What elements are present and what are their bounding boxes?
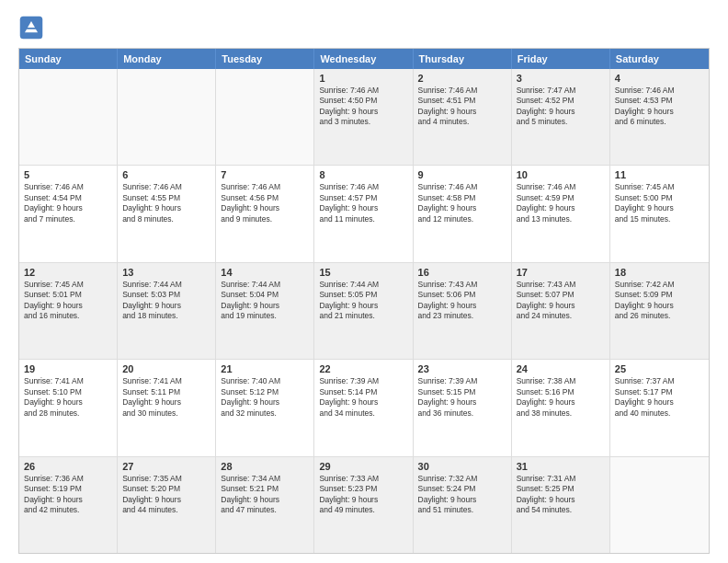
day-info: Sunrise: 7:44 AM Sunset: 5:03 PM Dayligh… — [122, 280, 210, 322]
day-info: Sunrise: 7:37 AM Sunset: 5:17 PM Dayligh… — [615, 376, 704, 419]
day-info: Sunrise: 7:45 AM Sunset: 5:00 PM Dayligh… — [615, 182, 704, 224]
header-day-wednesday: Wednesday — [314, 49, 413, 69]
calendar-day-2: 2Sunrise: 7:46 AM Sunset: 4:51 PM Daylig… — [414, 69, 512, 165]
calendar-day-29: 29Sunrise: 7:33 AM Sunset: 5:23 PM Dayli… — [314, 457, 413, 553]
header-day-thursday: Thursday — [414, 49, 512, 69]
day-info: Sunrise: 7:45 AM Sunset: 5:01 PM Dayligh… — [24, 280, 112, 322]
day-info: Sunrise: 7:46 AM Sunset: 4:55 PM Dayligh… — [122, 182, 210, 224]
day-info: Sunrise: 7:41 AM Sunset: 5:10 PM Dayligh… — [24, 376, 112, 419]
day-number: 4 — [615, 73, 704, 84]
day-number: 22 — [319, 363, 407, 374]
header-day-tuesday: Tuesday — [216, 49, 314, 69]
header-day-monday: Monday — [118, 49, 216, 69]
page: SundayMondayTuesdayWednesdayThursdayFrid… — [0, 0, 728, 563]
calendar-header: SundayMondayTuesdayWednesdayThursdayFrid… — [19, 49, 709, 69]
calendar-day-3: 3Sunrise: 7:47 AM Sunset: 4:52 PM Daylig… — [512, 69, 610, 165]
day-info: Sunrise: 7:46 AM Sunset: 4:54 PM Dayligh… — [24, 182, 112, 224]
day-info: Sunrise: 7:46 AM Sunset: 4:56 PM Dayligh… — [221, 182, 309, 224]
day-info: Sunrise: 7:39 AM Sunset: 5:14 PM Dayligh… — [319, 376, 407, 419]
calendar-cell-empty — [216, 69, 314, 165]
day-number: 16 — [418, 267, 506, 278]
calendar-day-5: 5Sunrise: 7:46 AM Sunset: 4:54 PM Daylig… — [19, 166, 118, 261]
day-number: 30 — [418, 461, 506, 472]
calendar-day-10: 10Sunrise: 7:46 AM Sunset: 4:59 PM Dayli… — [512, 166, 610, 261]
day-info: Sunrise: 7:46 AM Sunset: 4:50 PM Dayligh… — [319, 86, 407, 128]
logo-icon — [18, 15, 44, 40]
day-info: Sunrise: 7:33 AM Sunset: 5:23 PM Dayligh… — [319, 474, 407, 516]
calendar-day-9: 9Sunrise: 7:46 AM Sunset: 4:58 PM Daylig… — [414, 166, 512, 261]
day-number: 10 — [517, 169, 605, 180]
day-number: 28 — [221, 461, 309, 472]
calendar-day-7: 7Sunrise: 7:46 AM Sunset: 4:56 PM Daylig… — [216, 166, 314, 261]
day-number: 27 — [122, 461, 210, 472]
day-number: 20 — [122, 363, 210, 374]
calendar-day-20: 20Sunrise: 7:41 AM Sunset: 5:11 PM Dayli… — [118, 360, 216, 455]
calendar-day-17: 17Sunrise: 7:43 AM Sunset: 5:07 PM Dayli… — [512, 263, 610, 359]
day-info: Sunrise: 7:46 AM Sunset: 4:53 PM Dayligh… — [615, 86, 704, 128]
day-number: 12 — [24, 267, 112, 278]
day-info: Sunrise: 7:34 AM Sunset: 5:21 PM Dayligh… — [221, 474, 309, 516]
calendar-day-21: 21Sunrise: 7:40 AM Sunset: 5:12 PM Dayli… — [216, 360, 314, 455]
calendar-day-11: 11Sunrise: 7:45 AM Sunset: 5:00 PM Dayli… — [610, 166, 709, 261]
calendar-week-3: 12Sunrise: 7:45 AM Sunset: 5:01 PM Dayli… — [19, 262, 709, 359]
calendar-day-27: 27Sunrise: 7:35 AM Sunset: 5:20 PM Dayli… — [118, 457, 216, 553]
day-number: 29 — [319, 461, 407, 472]
calendar-week-2: 5Sunrise: 7:46 AM Sunset: 4:54 PM Daylig… — [19, 165, 709, 261]
day-info: Sunrise: 7:47 AM Sunset: 4:52 PM Dayligh… — [517, 86, 605, 128]
calendar-day-4: 4Sunrise: 7:46 AM Sunset: 4:53 PM Daylig… — [610, 69, 709, 165]
calendar-day-15: 15Sunrise: 7:44 AM Sunset: 5:05 PM Dayli… — [314, 263, 413, 359]
day-number: 9 — [418, 169, 506, 180]
calendar-day-1: 1Sunrise: 7:46 AM Sunset: 4:50 PM Daylig… — [314, 69, 413, 165]
day-number: 21 — [221, 363, 309, 374]
calendar-day-13: 13Sunrise: 7:44 AM Sunset: 5:03 PM Dayli… — [118, 263, 216, 359]
day-info: Sunrise: 7:36 AM Sunset: 5:19 PM Dayligh… — [24, 474, 112, 516]
calendar-week-4: 19Sunrise: 7:41 AM Sunset: 5:10 PM Dayli… — [19, 359, 709, 455]
calendar-day-31: 31Sunrise: 7:31 AM Sunset: 5:25 PM Dayli… — [512, 457, 610, 553]
calendar-week-1: 1Sunrise: 7:46 AM Sunset: 4:50 PM Daylig… — [19, 69, 709, 165]
day-info: Sunrise: 7:38 AM Sunset: 5:16 PM Dayligh… — [517, 376, 605, 419]
calendar-day-26: 26Sunrise: 7:36 AM Sunset: 5:19 PM Dayli… — [19, 457, 118, 553]
day-number: 3 — [517, 73, 605, 84]
day-info: Sunrise: 7:43 AM Sunset: 5:07 PM Dayligh… — [517, 280, 605, 322]
day-number: 25 — [615, 363, 704, 374]
calendar-day-25: 25Sunrise: 7:37 AM Sunset: 5:17 PM Dayli… — [610, 360, 709, 455]
day-number: 7 — [221, 169, 309, 180]
header-day-sunday: Sunday — [19, 49, 118, 69]
day-number: 17 — [517, 267, 605, 278]
day-info: Sunrise: 7:46 AM Sunset: 4:57 PM Dayligh… — [319, 182, 407, 224]
day-number: 24 — [517, 363, 605, 374]
calendar-day-8: 8Sunrise: 7:46 AM Sunset: 4:57 PM Daylig… — [314, 166, 413, 261]
day-info: Sunrise: 7:32 AM Sunset: 5:24 PM Dayligh… — [418, 474, 506, 516]
calendar-day-24: 24Sunrise: 7:38 AM Sunset: 5:16 PM Dayli… — [512, 360, 610, 455]
day-number: 15 — [319, 267, 407, 278]
day-info: Sunrise: 7:31 AM Sunset: 5:25 PM Dayligh… — [517, 474, 605, 516]
day-number: 26 — [24, 461, 112, 472]
day-number: 1 — [319, 73, 407, 84]
header-day-saturday: Saturday — [610, 49, 709, 69]
day-info: Sunrise: 7:39 AM Sunset: 5:15 PM Dayligh… — [418, 376, 506, 419]
calendar-day-18: 18Sunrise: 7:42 AM Sunset: 5:09 PM Dayli… — [610, 263, 709, 359]
calendar-day-22: 22Sunrise: 7:39 AM Sunset: 5:14 PM Dayli… — [314, 360, 413, 455]
calendar-week-5: 26Sunrise: 7:36 AM Sunset: 5:19 PM Dayli… — [19, 456, 709, 553]
calendar: SundayMondayTuesdayWednesdayThursdayFrid… — [18, 48, 710, 554]
day-info: Sunrise: 7:43 AM Sunset: 5:06 PM Dayligh… — [418, 280, 506, 322]
day-number: 8 — [319, 169, 407, 180]
calendar-cell-empty — [610, 457, 709, 553]
day-number: 5 — [24, 169, 112, 180]
day-number: 6 — [122, 169, 210, 180]
day-info: Sunrise: 7:44 AM Sunset: 5:04 PM Dayligh… — [221, 280, 309, 322]
logo — [18, 15, 48, 40]
calendar-day-6: 6Sunrise: 7:46 AM Sunset: 4:55 PM Daylig… — [118, 166, 216, 261]
header-day-friday: Friday — [512, 49, 610, 69]
day-number: 19 — [24, 363, 112, 374]
day-number: 18 — [615, 267, 704, 278]
calendar-cell-empty — [118, 69, 216, 165]
header — [18, 15, 710, 40]
day-info: Sunrise: 7:46 AM Sunset: 4:58 PM Dayligh… — [418, 182, 506, 224]
day-number: 13 — [122, 267, 210, 278]
day-info: Sunrise: 7:35 AM Sunset: 5:20 PM Dayligh… — [122, 474, 210, 516]
svg-rect-2 — [27, 28, 37, 29]
day-number: 31 — [517, 461, 605, 472]
calendar-cell-empty — [19, 69, 118, 165]
day-number: 23 — [418, 363, 506, 374]
